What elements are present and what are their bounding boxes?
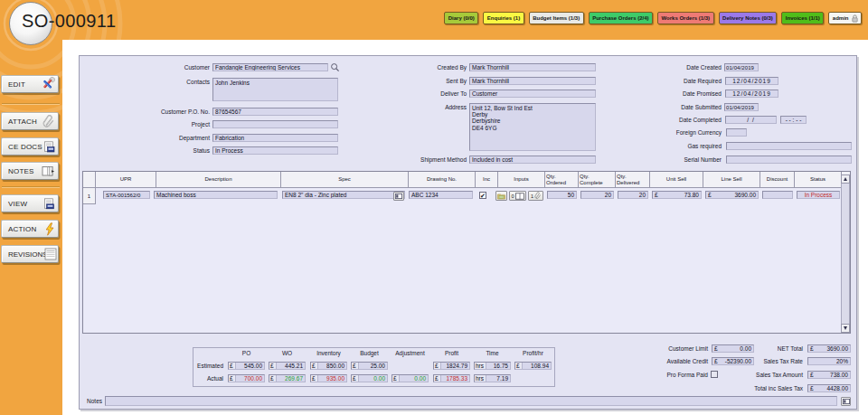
total-inc-sales-tax-field[interactable]: £4428.00 [807, 384, 851, 392]
table-scrollbar[interactable] [841, 174, 850, 333]
date-submitted-field[interactable]: 01/04/2019 [724, 103, 759, 111]
col-header-qty-ordered[interactable]: Qty. Ordered [545, 172, 579, 188]
delivery-notes-button[interactable]: Delivery Notes (0/3) [719, 12, 778, 24]
project-field[interactable] [212, 120, 338, 128]
search-icon[interactable] [330, 62, 340, 72]
address-field[interactable]: Unit 12, Bow St Ind Est Derby Derbyshire… [469, 103, 596, 151]
sales-tax-rate-field[interactable]: 20% [807, 357, 851, 365]
estimated-row-label: Estimated [133, 362, 223, 370]
actual-budget-field: £0.00 [351, 374, 388, 382]
status-cell[interactable]: In Process [797, 191, 840, 199]
qty-complete-cell[interactable]: 20 [580, 191, 614, 199]
col-header-unit-sell[interactable]: Unit Sell [650, 172, 703, 188]
col-header-description[interactable]: Description [156, 172, 281, 188]
col-header-rownum[interactable] [83, 172, 96, 188]
admin-button[interactable]: admin [828, 12, 862, 24]
revisions-button[interactable]: REVISIONS [1, 245, 59, 263]
sent-by-label: Sent By [376, 77, 467, 85]
contacts-field[interactable]: John Jenkins [212, 78, 338, 101]
spec-detail-button[interactable] [393, 192, 404, 201]
enquiries-button[interactable]: Enquiries (1) [483, 12, 524, 24]
inputs-attachments-button[interactable]: 1 [528, 191, 543, 201]
department-field[interactable]: Fabrication [212, 134, 338, 142]
scroll-down-button[interactable] [841, 324, 850, 333]
customer-po-no-field[interactable]: 87654567 [212, 108, 338, 116]
created-by-field[interactable]: Mark Thornhill [469, 63, 596, 71]
net-total-field[interactable]: £3690.00 [807, 344, 851, 353]
address-label: Address [376, 103, 467, 111]
scroll-up-button[interactable] [841, 174, 850, 184]
notes-button[interactable]: NOTES [1, 162, 59, 180]
action-button[interactable]: ACTION [1, 220, 59, 238]
estimated-inventory-field: £850.00 [310, 362, 347, 370]
col-header-upr[interactable]: UPR [96, 172, 156, 188]
line-sell-cell[interactable]: £3690.00 [705, 191, 759, 199]
summary-col-profit-hr: Profit/hr [505, 350, 561, 357]
foreign-currency-field[interactable] [726, 128, 747, 137]
inputs-folder-button[interactable] [495, 191, 507, 201]
notes-field[interactable] [105, 396, 837, 406]
unit-sell-cell[interactable]: £73.80 [652, 191, 702, 199]
order-items-table: UPR Description Spec Drawing No. Inc Inp… [82, 171, 851, 334]
col-header-qty-delivered[interactable]: Qty. Delivered [616, 172, 650, 188]
actual-profit-field: £1785.33 [433, 374, 470, 382]
budget-items-button[interactable]: Budget Items (1/3) [529, 12, 584, 24]
department-label: Department [119, 134, 210, 142]
date-promised-field[interactable]: 12/04/2019 [725, 90, 778, 98]
notes-expand-button[interactable] [841, 397, 851, 406]
tools-icon [40, 77, 55, 91]
qty-ordered-cell[interactable]: 50 [547, 191, 577, 199]
estimated-wo-field: £445.21 [269, 362, 306, 370]
ce-docs-button[interactable]: CE DOCS [1, 137, 59, 156]
estimated-time-field: hrs16.75 [474, 362, 511, 370]
col-header-line-sell[interactable]: Line Sell [703, 172, 760, 188]
sales-order-window: Customer Fandangle Engineering Services … [0, 0, 868, 415]
folder-icon [497, 193, 505, 200]
date-required-field[interactable]: 12/04/2019 [725, 77, 778, 85]
customer-field[interactable]: Fandangle Engineering Services [212, 63, 328, 71]
shipment-method-field[interactable]: Included in cost [469, 156, 596, 164]
serial-number-label: Serial Number [631, 156, 722, 164]
time-completed-field[interactable]: - - : - - [780, 116, 807, 124]
gas-required-field[interactable] [726, 142, 852, 150]
col-header-inputs[interactable]: Inputs [498, 172, 545, 188]
qty-delivered-cell[interactable]: 20 [618, 191, 648, 199]
col-header-spec[interactable]: Spec [281, 172, 409, 188]
discount-cell[interactable] [762, 191, 793, 199]
diary-button[interactable]: Diary (0/0) [444, 12, 478, 24]
actual-wo-field: £269.67 [269, 374, 306, 382]
col-header-qty-complete[interactable]: Qty. Complete [579, 172, 616, 188]
drawing-no-cell[interactable]: ABC 1234 [409, 191, 473, 199]
col-header-drawing-no[interactable]: Drawing No. [409, 172, 476, 188]
description-cell[interactable]: Machined boss [154, 191, 278, 199]
row-number-cell[interactable]: 1 [83, 188, 96, 204]
works-orders-button[interactable]: Works Orders (1/3) [657, 12, 714, 24]
lightning-icon [44, 222, 55, 236]
attach-button[interactable]: ATTACH [1, 112, 59, 130]
spec-cell[interactable]: EN8 2" dia - Zinc plated [282, 191, 405, 199]
foreign-currency-label: Foreign Currency [631, 128, 722, 137]
sent-by-field[interactable]: Mark Thornhill [469, 77, 596, 85]
paperclip-small-icon [534, 192, 541, 200]
inc-checkbox[interactable]: ✔ [479, 192, 486, 199]
upr-cell[interactable]: STA-001562/0 [103, 191, 150, 199]
sidebar-divider [2, 186, 60, 188]
deliver-to-field[interactable]: Customer [469, 90, 596, 98]
col-header-discount[interactable]: Discount [760, 172, 795, 188]
col-header-inc[interactable]: Inc [476, 172, 498, 188]
gas-required-label: Gas required [631, 142, 722, 150]
estimated-budget-field: £25.00 [351, 362, 388, 370]
date-completed-field[interactable]: / / [725, 116, 777, 124]
invoices-button[interactable]: Invoices (1/1) [781, 12, 824, 24]
date-created-field[interactable]: 01/04/2019 [724, 63, 759, 71]
edit-button[interactable]: EDIT [1, 75, 59, 93]
purchase-orders-button[interactable]: Purchase Orders (2/4) [589, 12, 653, 24]
sales-tax-amount-field[interactable]: £738.00 [807, 371, 851, 379]
view-button[interactable]: VIEW [1, 194, 59, 212]
inputs-notes-button[interactable]: 0 [509, 191, 526, 201]
serial-number-field[interactable] [726, 156, 852, 164]
date-created-label: Date Created [631, 63, 722, 71]
col-header-status[interactable]: Status [795, 172, 842, 188]
contacts-label: Contacts [119, 78, 210, 86]
status-field[interactable]: In Process [212, 146, 338, 155]
